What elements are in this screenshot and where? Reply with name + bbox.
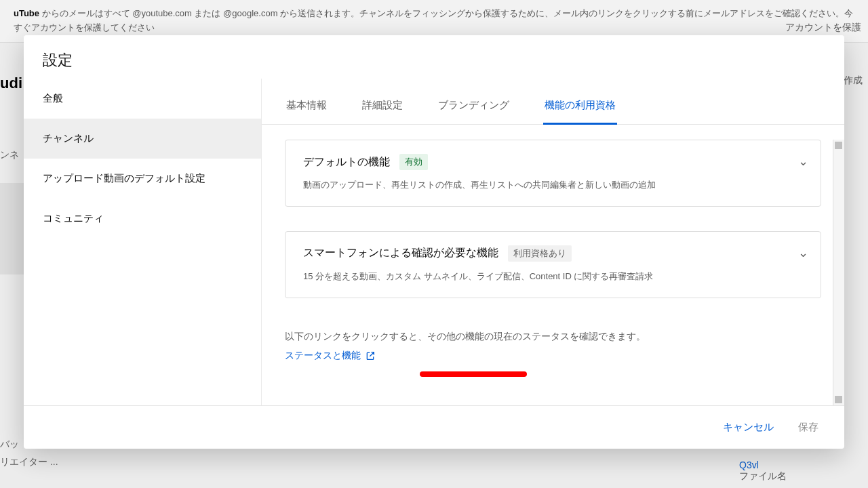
card-title: スマートフォンによる確認が必要な機能 [303,246,498,260]
card-header: スマートフォンによる確認が必要な機能 利用資格あり [303,245,803,262]
eligibility-content: デフォルトの機能 有効 動画のアップロード、再生リストの作成、再生リストへの共同… [262,125,844,329]
chevron-down-icon[interactable]: ⌄ [798,245,808,260]
chevron-down-icon[interactable]: ⌄ [798,154,808,169]
card-title: デフォルトの機能 [303,155,390,169]
feature-card-phone-verify[interactable]: スマートフォンによる確認が必要な機能 利用資格あり 15 分を超える動画、カスタ… [285,231,821,298]
modal-header: 設定 [24,35,844,79]
sidebar-item-upload-defaults[interactable]: アップロード動画のデフォルト設定 [24,159,261,199]
tab-feature-eligibility[interactable]: 機能の利用資格 [543,92,617,125]
settings-modal: 設定 全般 チャンネル アップロード動画のデフォルト設定 コミュニティ 基本情報… [24,35,844,449]
status-badge-eligible: 利用資格あり [508,245,572,262]
status-and-features-link[interactable]: ステータスと機能 [285,350,821,362]
tab-basic-info[interactable]: 基本情報 [285,92,328,124]
sidebar-item-community[interactable]: コミュニティ [24,199,261,239]
modal-footer: キャンセル 保存 [24,405,844,449]
channel-tabs: 基本情報 詳細設定 ブランディング 機能の利用資格 [262,79,844,125]
modal-title: 設定 [43,50,825,70]
tab-branding[interactable]: ブランディング [437,92,511,124]
link-label: ステータスと機能 [285,350,361,362]
feature-card-default[interactable]: デフォルトの機能 有効 動画のアップロード、再生リストの作成、再生リストへの共同… [285,140,821,207]
sidebar-item-general[interactable]: 全般 [24,79,261,119]
card-description: 15 分を超える動画、カスタム サムネイル、ライブ配信、Content ID に… [303,270,803,284]
settings-pane: 基本情報 詳細設定 ブランディング 機能の利用資格 デフォルトの機能 有効 動画… [261,79,844,405]
card-description: 動画のアップロード、再生リストの作成、再生リストへの共同編集者と新しい動画の追加 [303,178,803,192]
save-button[interactable]: 保存 [795,417,821,438]
external-link-icon [365,350,376,361]
modal-body: 全般 チャンネル アップロード動画のデフォルト設定 コミュニティ 基本情報 詳細… [24,79,844,405]
cancel-button[interactable]: キャンセル [720,417,776,438]
status-footnote: 以下のリンクをクリックすると、その他の機能の現在のステータスを確認できます。 [285,331,821,343]
scroll-arrow-up-icon[interactable] [835,142,842,149]
sidebar-item-channel[interactable]: チャンネル [24,119,261,159]
status-badge-enabled: 有効 [399,154,428,170]
scroll-arrow-down-icon[interactable] [835,396,842,403]
tab-advanced[interactable]: 詳細設定 [361,92,404,124]
settings-sidebar: 全般 チャンネル アップロード動画のデフォルト設定 コミュニティ [24,79,261,405]
card-header: デフォルトの機能 有効 [303,154,803,170]
